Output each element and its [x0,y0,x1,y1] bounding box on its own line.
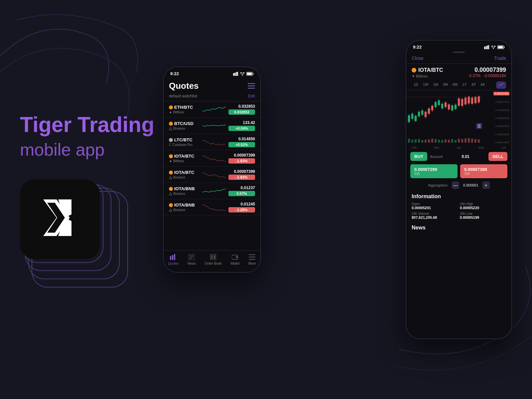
sell-button[interactable]: SELL [488,152,507,161]
svg-rect-5 [236,72,237,76]
quote-row-ltc-btc[interactable]: LTC/BTC C Coinbase Pro 0.014850 +0.52% [164,134,260,150]
quote-change: -1.28% [228,207,255,212]
svg-rect-80 [468,97,470,103]
quote-pair: LTC/BTC [169,137,200,142]
tab-2y[interactable]: 2Y [469,81,478,89]
svg-rect-96 [438,140,440,143]
bid-volume: 516 [414,172,454,176]
svg-rect-64 [425,112,427,117]
watchlist-bar: default watchlist Edit [164,92,260,101]
quote-change: -1.83% [228,175,255,180]
buy-button[interactable]: BUY [410,152,427,161]
svg-rect-34 [484,47,485,49]
coin-dot-main [412,68,416,72]
branding-section: Tiger Trading mobile app [20,113,160,286]
chart-dates: Feb Mar Apr May Jun [406,145,511,150]
more-icon [248,253,256,261]
close-button[interactable]: Close [412,56,424,61]
svg-rect-10 [253,73,254,74]
info-grid: Open 0.00005201 24h High 0.00005220 24h … [412,202,506,219]
quote-exchange: Bitfinex [169,159,200,163]
svg-rect-18 [170,256,171,260]
order-row: 0.00007299 516 0.00007399 158 [406,163,511,180]
nav-more[interactable]: More [248,253,256,265]
nav-orderbook[interactable]: Order Book [204,253,221,265]
bid-price: 0.00007299 [414,167,454,172]
tab-6m[interactable]: 6M [451,81,460,89]
app-icon-container [20,180,126,286]
svg-rect-90 [418,139,420,143]
chart-price-labels: 0.00007399 0.00007000 0.00006500 0.00006… [493,90,509,145]
quote-pair: IOTA/BTC [169,170,200,175]
tab-1d[interactable]: 1D [412,81,420,89]
tab-3m[interactable]: 3M [441,81,450,89]
amount-input[interactable]: 0.01 [445,154,485,159]
quote-row-iota-bnb-1[interactable]: IOTA/BNB Binance 0.01237 0.57% [164,183,260,199]
svg-rect-84 [474,97,476,103]
svg-rect-24 [190,258,192,259]
coin-info: IOTA/BTC 0.00007399 Bitfinex -3.37% -0.0… [406,64,511,80]
quote-row-iota-bnb-2[interactable]: IOTA/BNB Binance 0.01245 -1.28% [164,199,260,215]
svg-rect-103 [461,139,463,143]
agg-plus-button[interactable]: + [482,182,490,189]
price-label-current: 0.00007399 [493,92,509,95]
price-label-3: 0.00006000 [493,117,509,120]
tab-graph[interactable] [496,81,506,89]
menu-icon[interactable] [248,83,255,89]
quote-change: 0.032853 [228,109,255,115]
quote-left: BTC/USD Binance [169,121,200,130]
mini-chart-btc [202,121,226,130]
ask-cell[interactable]: 0.00007399 158 [460,164,507,178]
status-icons-left [233,72,254,76]
quote-price: 0.01245 [228,202,255,206]
coin-sub-row: Bitfinex -3.37% -0.00000184 [412,73,506,78]
ask-price: 0.00007399 [464,167,503,172]
quote-right: 0.01237 0.57% [228,186,255,196]
price-label-1: 0.00007000 [493,100,509,103]
quote-change: -1.83% [228,158,255,164]
quote-row-eth-btc[interactable]: ETH/BTC Bitfinex 0.032853 0.032853 [164,101,260,118]
price-label-4: 0.00005500 [493,125,509,128]
date-mar: Mar [434,146,439,149]
quote-row-iota-btc-2[interactable]: IOTA/BTC Binance 0.00007399 -1.83% [164,167,260,183]
quote-row-iota-btc-1[interactable]: IOTA/BTC Bitfinex 0.00007399 -1.83% [164,150,260,167]
quotes-icon [170,253,177,261]
nav-quotes[interactable]: Quotes [168,253,179,265]
bid-cell[interactable]: 0.00007299 516 [410,164,458,178]
svg-rect-98 [445,139,447,143]
svg-rect-82 [471,98,473,104]
svg-rect-100 [451,139,453,143]
nav-wallet[interactable]: Wallet [230,253,239,265]
agg-minus-button[interactable]: — [452,182,459,189]
high-label: 24h High [460,202,506,206]
quote-exchange: Binance [169,176,200,179]
open-label: Open [412,202,458,206]
tab-all[interactable]: All [478,81,486,89]
info-high: 24h High 0.00005220 [460,202,506,210]
information-title: Information [412,194,506,200]
tab-1y[interactable]: 1Y [460,81,468,89]
coin-dot [169,187,173,191]
time-tabs: 1D 1W 1M 3M 6M 1Y 2Y All [406,80,511,90]
quote-exchange: Binance [169,192,200,196]
svg-rect-93 [428,139,430,143]
date-may: May [478,146,484,149]
quote-row-btc-usd[interactable]: BTC/USD Binance 133.42 +0.04% [164,118,260,134]
tab-1m[interactable]: 1M [431,81,440,89]
coin-change: -3.37% -0.00000184 [468,73,506,78]
mini-chart-eth [202,105,226,114]
nav-news-label: News [188,262,196,265]
quote-left: IOTA/BNB Binance [169,186,200,196]
svg-rect-12 [248,85,255,86]
quote-right: 0.032853 0.032853 [228,104,255,115]
svg-rect-35 [485,46,486,49]
buy-sell-row: BUY Amount 0.01 SELL [406,150,511,163]
edit-button[interactable]: Edit [248,94,255,98]
tab-1w[interactable]: 1W [421,81,431,89]
nav-news[interactable]: News [188,253,196,265]
trade-button[interactable]: Trade [494,56,506,61]
svg-rect-26 [211,255,213,259]
svg-rect-76 [461,99,463,106]
watchlist-label: default watchlist [169,94,197,98]
mini-chart-iota-bnb2 [202,202,226,212]
